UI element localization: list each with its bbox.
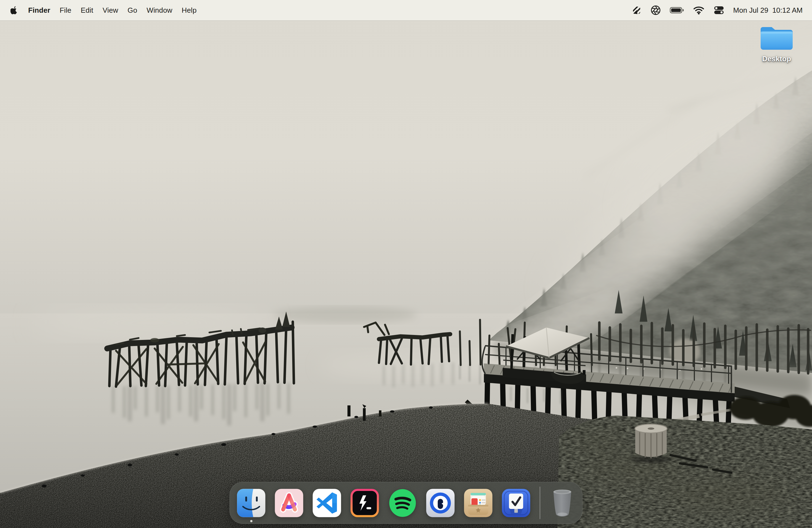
menu-view[interactable]: View <box>103 6 118 15</box>
hatched-arrow-icon[interactable] <box>632 0 642 20</box>
menubar-status-items: Mon Jul 29 10:12 AM <box>632 0 802 20</box>
vscode-icon <box>312 488 342 518</box>
trash-icon <box>550 488 575 518</box>
menu-bar: Finder File Edit View Go Window Help <box>0 0 812 20</box>
control-center-icon[interactable] <box>713 0 724 20</box>
running-indicator-dot <box>250 520 252 522</box>
wallpaper-image <box>0 0 812 528</box>
1password-icon <box>425 488 455 518</box>
menu-window[interactable]: Window <box>147 6 172 15</box>
battery-icon[interactable] <box>670 0 684 20</box>
spotify-icon <box>388 488 417 518</box>
dock-item-tasks[interactable] <box>501 488 531 518</box>
arc-browser-icon <box>274 488 304 518</box>
menu-go[interactable]: Go <box>128 6 137 15</box>
aperture-icon[interactable] <box>650 0 661 20</box>
menubar-clock[interactable]: Mon Jul 29 10:12 AM <box>733 6 802 15</box>
menu-edit[interactable]: Edit <box>81 6 93 15</box>
dock-item-trash[interactable] <box>549 487 576 518</box>
desktop-icon-label: Desktop <box>762 55 791 63</box>
dock-item-arc-browser[interactable] <box>274 488 304 518</box>
dock-item-1password[interactable] <box>425 488 455 518</box>
dock-item-finder[interactable] <box>236 488 266 518</box>
dock-item-warp-terminal[interactable] <box>350 488 379 518</box>
apple-menu[interactable] <box>11 6 18 14</box>
wifi-icon[interactable] <box>693 0 705 20</box>
dock-item-vscode[interactable] <box>312 488 342 518</box>
dock-separator-handle[interactable] <box>540 487 540 519</box>
dock-item-spotify[interactable] <box>388 488 417 518</box>
menu-file[interactable]: File <box>60 6 71 15</box>
blue-folder-icon <box>759 24 794 52</box>
warp-terminal-icon <box>350 488 379 518</box>
finder-icon <box>236 488 266 518</box>
cardfile-box-icon <box>463 488 493 518</box>
dock-item-cardfile-box[interactable] <box>463 488 493 518</box>
checkmark-tasks-icon <box>501 488 531 518</box>
dock <box>230 482 582 524</box>
apple-logo-icon <box>11 6 18 14</box>
menu-finder[interactable]: Finder <box>28 6 50 15</box>
desktop-screen: Finder File Edit View Go Window Help <box>0 0 812 528</box>
menubar-app-menus: Finder File Edit View Go Window Help <box>11 6 197 15</box>
desktop-folder-desktop[interactable]: Desktop <box>757 24 796 63</box>
menu-help[interactable]: Help <box>182 6 197 15</box>
